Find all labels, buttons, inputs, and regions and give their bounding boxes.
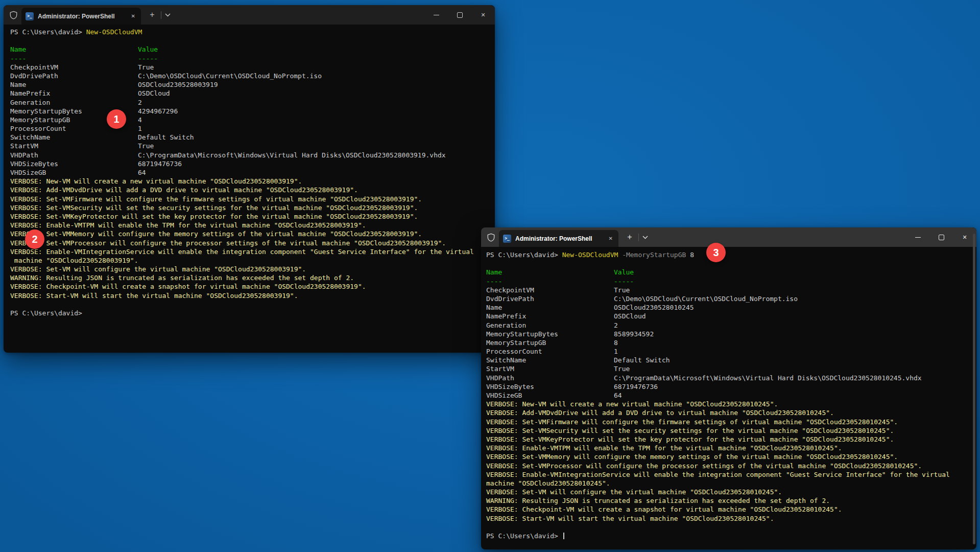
property-name: SwitchName: [486, 356, 614, 364]
new-tab-button[interactable]: +: [147, 10, 157, 19]
scrollbar[interactable]: [973, 234, 975, 544]
table-row: VHDSizeGB64: [486, 391, 976, 400]
verbose-line: VERBOSE: Set-VMSecurity will set the sec…: [10, 203, 495, 212]
property-name: ----: [486, 277, 614, 286]
property-name: Name: [10, 80, 138, 89]
space: [618, 251, 622, 259]
terminal-window-2: >_ Administrator: PowerShell ✕ + ✕ PS C:…: [481, 227, 976, 549]
table-row: NamePrefixOSDCloud: [10, 89, 495, 98]
property-name: DvdDrivePath: [10, 72, 138, 80]
titlebar-divider: [161, 11, 161, 19]
command-line: PS C:\Users\david> New-OSDCloudVM -Memor…: [486, 250, 976, 259]
annotation-badge-1: 1: [107, 109, 126, 129]
tab-close-icon[interactable]: ✕: [130, 12, 137, 20]
new-tab-button[interactable]: +: [625, 233, 635, 242]
verbose-line: VERBOSE: Set-VM will configure the virtu…: [10, 265, 495, 273]
table-row: CheckpointVMTrue: [10, 63, 495, 72]
close-button[interactable]: ✕: [471, 5, 495, 25]
verbose-line: VERBOSE: Checkpoint-VM will create a sna…: [486, 505, 976, 514]
table-row: MemoryStartupGB4: [10, 116, 495, 124]
property-value: OSDCloud: [614, 312, 646, 320]
tab-administrator-powershell[interactable]: >_ Administrator: PowerShell ✕: [499, 230, 618, 247]
property-value: True: [614, 286, 630, 294]
property-value: C:\ProgramData\Microsoft\Windows\Virtual…: [614, 374, 922, 382]
property-value: 1: [138, 125, 142, 132]
text-cursor: [563, 533, 564, 539]
property-name: StartVM: [10, 142, 138, 150]
property-value: 2: [614, 321, 618, 329]
property-name: CheckpointVM: [486, 286, 614, 294]
table-row: ProcessorCount1: [10, 124, 495, 133]
table-separator: ---------: [10, 54, 495, 63]
table-row: SwitchNameDefault Switch: [10, 133, 495, 142]
property-name: VHDSizeGB: [10, 168, 138, 177]
prompt-text: PS C:\Users\david>: [486, 532, 562, 540]
verbose-line: VERBOSE: Enable-VMIntegrationService wil…: [486, 470, 976, 479]
admin-shield-icon: [487, 233, 495, 242]
terminal-output[interactable]: PS C:\Users\david> New-OSDCloudVM NameVa…: [4, 25, 495, 353]
table-row: VHDPathC:\ProgramData\Microsoft\Windows\…: [486, 374, 976, 382]
verbose-line: VERBOSE: Add-VMDvdDrive will add a DVD d…: [486, 408, 976, 417]
property-value: 4: [138, 116, 142, 124]
verbose-line: VERBOSE: Set-VMKeyProtector will set the…: [486, 435, 976, 444]
property-name: VHDSizeBytes: [486, 382, 614, 391]
property-name: SwitchName: [10, 133, 138, 142]
table-row: VHDPathC:\ProgramData\Microsoft\Windows\…: [10, 151, 495, 159]
property-value: True: [614, 365, 630, 373]
table-row: SwitchNameDefault Switch: [486, 356, 976, 364]
minimize-button[interactable]: [906, 227, 929, 247]
tab-dropdown-chevron-icon[interactable]: [165, 13, 171, 17]
verbose-line: VERBOSE: Checkpoint-VM will create a sna…: [10, 282, 495, 291]
admin-shield-icon: [10, 11, 17, 19]
command-line: PS C:\Users\david> New-OSDCloudVM: [10, 28, 495, 36]
property-value: 64: [138, 169, 146, 176]
maximize-button[interactable]: [448, 5, 471, 25]
property-name: ----: [10, 54, 138, 63]
minimize-button[interactable]: [424, 5, 448, 25]
verbose-line: VERBOSE: New-VM will create a new virtua…: [486, 400, 976, 408]
table-header: NameValue: [486, 268, 976, 277]
verbose-line: VERBOSE: Start-VM will start the virtual…: [10, 291, 495, 300]
property-name: Generation: [486, 321, 614, 330]
table-row: VHDSizeBytes68719476736: [10, 159, 495, 168]
property-name: Name: [10, 45, 138, 54]
property-value: Value: [614, 268, 634, 276]
table-row: DvdDrivePathC:\Demo\OSDCloud\Current\OSD…: [10, 72, 495, 80]
property-value: OSDCloud230528010245: [614, 304, 694, 311]
property-value: -----: [614, 278, 634, 285]
tab-dropdown-chevron-icon[interactable]: [642, 236, 648, 239]
verbose-line: VERBOSE: Set-VMFirmware will configure t…: [10, 195, 495, 203]
property-name: VHDSizeGB: [486, 391, 614, 400]
powershell-icon: >_: [26, 12, 34, 20]
verbose-line: machine "OSDCloud230528003919".: [10, 256, 495, 265]
table-row: Generation2: [10, 98, 495, 107]
verbose-line: VERBOSE: Enable-VMTPM will enable the TP…: [10, 221, 495, 229]
verbose-line: VERBOSE: Set-VM will configure the virtu…: [486, 488, 976, 496]
verbose-line: VERBOSE: Set-VMKeyProtector will set the…: [10, 212, 495, 221]
tab-administrator-powershell[interactable]: >_ Administrator: PowerShell ✕: [21, 8, 141, 25]
titlebar[interactable]: >_ Administrator: PowerShell ✕ + ✕: [481, 227, 976, 247]
table-row: MemoryStartupGB8: [486, 338, 976, 347]
verbose-line: VERBOSE: Enable-VMIntegrationService wil…: [10, 247, 495, 256]
titlebar[interactable]: >_ Administrator: PowerShell ✕ + ✕: [4, 5, 495, 25]
property-value: OSDCloud: [138, 89, 170, 97]
table-row: Generation2: [486, 321, 976, 330]
table-row: NameOSDCloud230528003919: [10, 80, 495, 89]
property-value: C:\ProgramData\Microsoft\Windows\Virtual…: [138, 151, 446, 159]
blank-line: [486, 259, 976, 268]
powershell-icon: >_: [503, 235, 511, 243]
property-value: C:\Demo\OSDCloud\Current\OSDCloud_NoProm…: [614, 295, 798, 303]
terminal-output[interactable]: PS C:\Users\david> New-OSDCloudVM -Memor…: [481, 247, 976, 549]
tab-close-icon[interactable]: ✕: [607, 235, 614, 242]
annotation-badge-2: 2: [25, 229, 44, 249]
desktop: { "desktop": {"background_color": "#0c61…: [0, 0, 980, 552]
annotation-badge-3: 3: [706, 243, 726, 262]
table-row: VHDSizeBytes68719476736: [486, 382, 976, 391]
property-name: NamePrefix: [10, 89, 138, 98]
caption-buttons: ✕: [424, 5, 495, 25]
property-value: Default Switch: [138, 133, 194, 141]
property-name: MemoryStartupGB: [486, 338, 614, 347]
warning-line: WARNING: Resulting JSON is truncated as …: [10, 273, 495, 282]
maximize-button[interactable]: [929, 227, 953, 247]
tab-title: Administrator: PowerShell: [515, 235, 607, 242]
